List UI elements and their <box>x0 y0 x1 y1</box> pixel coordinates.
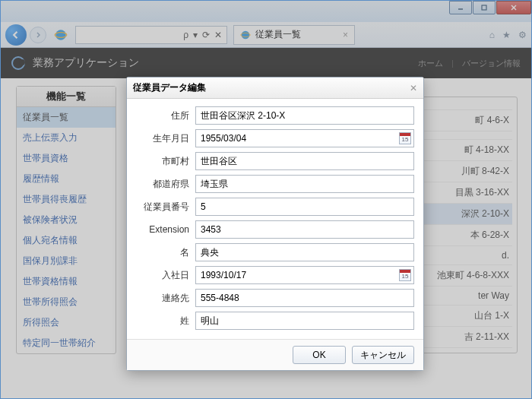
cancel-button[interactable]: キャンセル <box>352 346 414 364</box>
label-employee-no: 従業員番号 <box>136 201 195 214</box>
input-extension[interactable] <box>195 220 414 239</box>
input-hiredate[interactable] <box>195 266 414 284</box>
label-firstname: 名 <box>136 246 195 259</box>
dialog-close-icon[interactable]: ✕ <box>410 83 417 93</box>
input-prefecture[interactable] <box>195 175 414 193</box>
input-phone[interactable] <box>195 289 414 307</box>
ok-button[interactable]: OK <box>293 346 346 364</box>
dialog-body: 住所 生年月日 15 市町村 都道府県 従業員番号 Extension <box>127 99 423 339</box>
label-phone: 連絡先 <box>136 292 195 305</box>
label-city: 市町村 <box>136 155 195 168</box>
label-prefecture: 都道府県 <box>136 178 195 191</box>
input-birthdate[interactable] <box>195 129 414 147</box>
label-birthdate: 生年月日 <box>136 132 195 145</box>
label-lastname: 姓 <box>136 315 195 328</box>
input-employee-no[interactable] <box>195 198 414 216</box>
calendar-icon[interactable]: 15 <box>399 269 411 281</box>
label-address: 住所 <box>136 109 195 122</box>
label-extension: Extension <box>136 224 195 235</box>
dialog-titlebar: 従業員データ編集 ✕ <box>127 78 423 99</box>
input-firstname[interactable] <box>195 243 414 261</box>
label-hiredate: 入社日 <box>136 269 195 282</box>
input-lastname[interactable] <box>195 312 414 330</box>
browser-window: ρ ▾ ⟳ ✕ 従業員一覧 × ⌂ ★ ⚙ 業務アプリケーション ホーム | バ… <box>0 0 532 399</box>
input-address[interactable] <box>195 106 414 125</box>
input-city[interactable] <box>195 152 414 170</box>
edit-employee-dialog: 従業員データ編集 ✕ 住所 生年月日 15 市町村 都道府県 従業員番号 <box>126 77 424 371</box>
dialog-buttons: OK キャンセル <box>127 339 423 370</box>
dialog-title: 従業員データ編集 <box>133 81 206 94</box>
calendar-icon[interactable]: 15 <box>399 132 411 144</box>
